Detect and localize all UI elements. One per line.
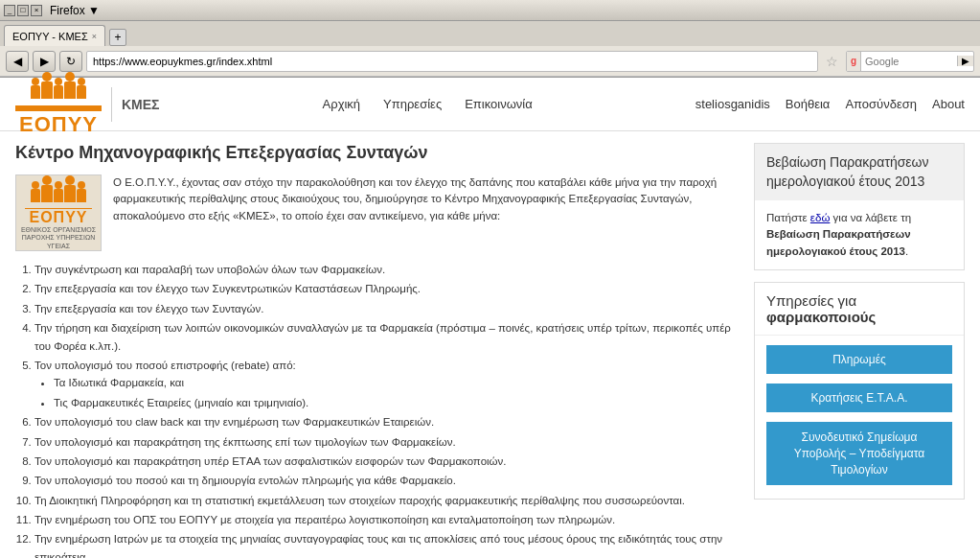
new-tab-button[interactable]: + bbox=[109, 29, 126, 46]
people-figures bbox=[31, 72, 86, 99]
lp1-body bbox=[31, 189, 40, 202]
eopyy-block: ΕΟΠΥΥ ΕΘΝΙΚΟΣ ΟΡΓΑΝΙΣΜΟΣ ΠΑΡΟΧΗΣ ΥΠΗΡΕΣΙ… bbox=[15, 174, 739, 251]
window-controls[interactable]: _ □ × bbox=[4, 5, 42, 16]
person-head-tall-2 bbox=[65, 72, 75, 81]
about-link[interactable]: About bbox=[932, 97, 965, 111]
forward-button[interactable]: ▶ bbox=[33, 51, 56, 72]
eopyy-label: ΕΟΠΥΥ bbox=[19, 112, 98, 137]
eopyy-logo-sidebar: ΕΟΠΥΥ ΕΘΝΙΚΟΣ ΟΡΓΑΝΙΣΜΟΣ ΠΑΡΟΧΗΣ ΥΠΗΡΕΣΙ… bbox=[15, 174, 102, 251]
verification-title-text: Βεβαίωση Παρακρατήσεων ημερολογιακού έτο… bbox=[766, 154, 929, 189]
logo-area: ΕΟΠΥΥ ΚΜΕΣ bbox=[15, 72, 160, 137]
services-title-text: Υπηρεσίες για bbox=[766, 292, 856, 309]
lp4 bbox=[64, 175, 76, 202]
services-box: Υπηρεσίες για φαρμακοποιούς Πληρωμές Κρα… bbox=[754, 282, 965, 500]
nav-services[interactable]: Υπηρεσίες bbox=[383, 97, 442, 111]
person-fig-tall-2 bbox=[64, 72, 76, 99]
verification-bold-text: Βεβαίωση Παρακρατήσεων ημερολογιακού έτο… bbox=[766, 228, 911, 256]
url-bar[interactable] bbox=[86, 51, 818, 72]
person-fig-2 bbox=[54, 78, 63, 99]
verification-title: Βεβαίωση Παρακρατήσεων ημερολογιακού έτο… bbox=[755, 144, 964, 200]
companion-note-button[interactable]: Συνοδευτικό Σημείωμα Υποβολής – Υποδείγμ… bbox=[766, 422, 952, 485]
lp1 bbox=[31, 181, 40, 202]
person-head bbox=[32, 78, 39, 85]
eopyy-full-name: ΕΘΝΙΚΟΣ ΟΡΓΑΝΙΣΜΟΣ ΠΑΡΟΧΗΣ ΥΠΗΡΕΣΙΩΝ ΥΓΕ… bbox=[20, 226, 97, 250]
list-item: Την ενημέρωση του ΟΠΣ του ΕΟΠΥΥ με στοιχ… bbox=[34, 511, 739, 528]
sidebar: Βεβαίωση Παρακρατήσεων ημερολογιακού έτο… bbox=[754, 143, 965, 547]
person-body bbox=[31, 85, 40, 99]
list-item: Τον υπολογισμό και παρακράτηση της έκπτω… bbox=[34, 433, 739, 451]
search-box[interactable]: g ▶ bbox=[846, 51, 974, 72]
person-body-tall-2 bbox=[64, 81, 76, 99]
content-wrapper: Κέντρο Μηχανογραφικής Επεξεργασίας Συντα… bbox=[0, 131, 980, 558]
tab-bar: ΕΟΠΥΥ - ΚΜΕΣ × + bbox=[0, 21, 980, 46]
verification-link[interactable]: εδώ bbox=[810, 212, 831, 223]
list-item: Τον υπολογισμό του ποσού και τη δημιουργ… bbox=[34, 472, 739, 489]
logo-people bbox=[31, 175, 86, 202]
main-content: Κέντρο Μηχανογραφικής Επεξεργασίας Συντα… bbox=[15, 143, 739, 547]
person-fig-3 bbox=[77, 78, 86, 99]
etaa-button[interactable]: Κρατήσεις Ε.Τ.Α.Α. bbox=[766, 384, 952, 412]
list-item: Τη Διοικητική Πληροφόρηση και τη στατιστ… bbox=[34, 492, 739, 509]
list-item: Την τήρηση και διαχείριση των λοιπών οικ… bbox=[34, 319, 739, 355]
bookmark-star-icon[interactable]: ☆ bbox=[822, 54, 842, 69]
verification-body: Πατήστε εδώ για να λάβετε τη Βεβαίωση Πα… bbox=[755, 200, 964, 269]
nav-contact[interactable]: Επικοινωνία bbox=[465, 97, 533, 111]
lp5-body bbox=[77, 189, 86, 202]
lp5 bbox=[77, 181, 86, 202]
sub-list-item: Τα Ιδιωτικά Φαρμακεία, και bbox=[54, 374, 739, 391]
nav-home[interactable]: Αρχική bbox=[323, 97, 361, 111]
refresh-button[interactable]: ↻ bbox=[59, 51, 82, 72]
list-item: Τον υπολογισμό του claw back και την ενη… bbox=[34, 413, 739, 430]
back-button[interactable]: ◀ bbox=[6, 51, 29, 72]
page-title: Κέντρο Μηχανογραφικής Επεξεργασίας Συντα… bbox=[15, 143, 739, 163]
lp3 bbox=[54, 181, 63, 202]
close-btn[interactable]: × bbox=[31, 5, 42, 16]
eopyy-logo-img: ΕΟΠΥΥ ΕΘΝΙΚΟΣ ΟΡΓΑΝΙΣΜΟΣ ΠΑΡΟΧΗΣ ΥΠΗΡΕΣΙ… bbox=[15, 174, 102, 251]
list-item: Την επεξεργασία και τον έλεγχο των Συντα… bbox=[34, 300, 739, 317]
person-body-tall bbox=[41, 81, 53, 99]
search-go-button[interactable]: ▶ bbox=[957, 56, 973, 66]
list-item: Την ενημέρωση Ιατρών με τα στοιχεία της … bbox=[34, 530, 739, 558]
payments-button[interactable]: Πληρωμές bbox=[766, 345, 952, 374]
lp3-body bbox=[54, 189, 63, 202]
browser-tab[interactable]: ΕΟΠΥΥ - ΚΜΕΣ × bbox=[4, 25, 105, 46]
list-item: Τον υπολογισμό και παρακράτηση υπέρ ΕΤAA… bbox=[34, 453, 739, 470]
kmes-label: ΚΜΕΣ bbox=[122, 97, 160, 112]
tab-label: ΕΟΠΥΥ - ΚΜΕΣ bbox=[12, 31, 88, 42]
lp2 bbox=[41, 175, 53, 202]
lp2-body bbox=[41, 185, 53, 202]
lp4-body bbox=[64, 185, 76, 202]
person-body-2 bbox=[54, 85, 63, 99]
minimize-btn[interactable]: _ bbox=[4, 5, 15, 16]
lp3-head bbox=[55, 181, 62, 189]
logout-link[interactable]: Αποσύνδεση bbox=[845, 97, 917, 111]
rebate-sub-list: Τα Ιδιωτικά Φαρμακεία, και Τις Φαρμακευτ… bbox=[34, 374, 739, 411]
help-link[interactable]: Βοήθεια bbox=[786, 97, 831, 111]
search-input[interactable] bbox=[861, 56, 957, 67]
right-nav: steliosganidis Βοήθεια Αποσύνδεση About bbox=[695, 97, 965, 111]
browser-name: Firefox ▼ bbox=[50, 4, 100, 17]
verification-body-text2: για να λάβετε τη bbox=[830, 212, 911, 223]
verification-body-text1: Πατήστε bbox=[766, 212, 810, 223]
site-header: ΕΟΠΥΥ ΚΜΕΣ Αρχική Υπηρεσίες Επικοινωνία … bbox=[0, 78, 980, 131]
lp1-head bbox=[32, 181, 39, 189]
main-list: Την συγκέντρωση και παραλαβή των υποβολώ… bbox=[15, 261, 739, 558]
person-fig-tall bbox=[41, 72, 53, 99]
list-item: Την επεξεργασία και τον έλεγχο των Συγκε… bbox=[34, 280, 739, 297]
orange-bar bbox=[15, 105, 102, 111]
main-nav: Αρχική Υπηρεσίες Επικοινωνία bbox=[323, 97, 533, 111]
services-title: Υπηρεσίες για φαρμακοποιούς bbox=[755, 283, 964, 336]
list-item-rebate: Τον υπολογισμό του ποσού επιστροφής (reb… bbox=[34, 357, 739, 411]
lp2-head bbox=[42, 175, 52, 185]
person-head-tall bbox=[42, 72, 52, 81]
lp5-head bbox=[78, 181, 85, 189]
person-body-3 bbox=[77, 85, 86, 99]
username: steliosganidis bbox=[695, 97, 770, 111]
eopyy-logo: ΕΟΠΥΥ ΚΜΕΣ bbox=[15, 72, 160, 137]
maximize-btn[interactable]: □ bbox=[17, 5, 29, 16]
logo-eopyy-label: ΕΟΠΥΥ bbox=[29, 209, 87, 226]
services-title-bold: φαρμακοποιούς bbox=[766, 309, 876, 325]
tab-close-icon[interactable]: × bbox=[92, 32, 97, 41]
title-bar: _ □ × Firefox ▼ bbox=[0, 0, 980, 21]
list-item: Την συγκέντρωση και παραλαβή των υποβολώ… bbox=[34, 261, 739, 278]
